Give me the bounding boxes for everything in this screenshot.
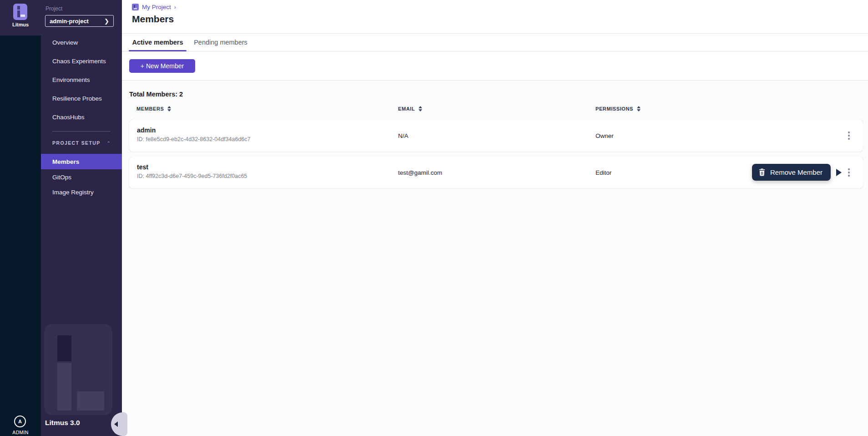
litmus-logo-icon: [13, 4, 27, 20]
remove-member-label: Remove Member: [770, 168, 823, 176]
sidebar-item-gitops[interactable]: GitOps: [41, 169, 122, 185]
members-table-section: Total Members: 2 MEMBERS EMAIL PERMISSIO…: [122, 81, 868, 436]
chevron-right-icon: ›: [174, 4, 176, 10]
breadcrumb[interactable]: My Project ›: [132, 4, 176, 10]
member-permission: Editor: [595, 157, 611, 188]
sort-icon[interactable]: [167, 106, 171, 112]
column-header-permissions[interactable]: PERMISSIONS: [595, 106, 641, 112]
sidebar-item-members[interactable]: Members: [41, 154, 122, 169]
sidebar-divider: [52, 131, 111, 132]
project-setup-section-toggle[interactable]: PROJECT SETUP ⌃: [52, 140, 111, 146]
column-header-email-label: EMAIL: [398, 106, 415, 112]
project-label: Project: [45, 5, 62, 12]
row-menu-kebab-icon[interactable]: [843, 120, 854, 152]
sidebar-item-overview[interactable]: Overview: [41, 35, 122, 50]
version-label: Litmus 3.0: [45, 419, 80, 427]
chevron-up-icon: ⌃: [107, 141, 111, 145]
row-menu-kebab-icon[interactable]: [843, 157, 854, 188]
breadcrumb-link[interactable]: My Project: [142, 4, 171, 10]
sidebar-item-resilience-probes[interactable]: Resilience Probes: [41, 91, 122, 106]
column-header-permissions-label: PERMISSIONS: [595, 106, 633, 112]
sidebar-item-chaoshubs[interactable]: ChaosHubs: [41, 109, 122, 125]
sidebar: Project admin-project ❯ Overview Chaos E…: [41, 0, 122, 436]
logo-glyph-stem: [17, 10, 20, 17]
member-name: admin: [137, 127, 156, 134]
watermark-glyph-foot: [77, 391, 104, 411]
member-id: ID: fe8e5cd9-eb2c-4d32-8632-04df34a6d6c7: [137, 136, 251, 142]
project-setup-label: PROJECT SETUP: [52, 140, 101, 146]
remove-member-menu-item[interactable]: Remove Member: [752, 164, 831, 181]
sort-icon[interactable]: [419, 106, 422, 112]
logo-glyph-dot: [17, 6, 20, 10]
sidebar-item-chaos-experiments[interactable]: Chaos Experiments: [41, 53, 122, 69]
user-avatar[interactable]: A: [14, 416, 26, 427]
project-select-value: admin-project: [50, 18, 89, 25]
sidebar-item-environments[interactable]: Environments: [41, 72, 122, 87]
page-header: My Project › Members: [122, 0, 868, 34]
user-avatar-label: ADMIN: [0, 430, 41, 435]
tab-active-members[interactable]: Active members: [129, 34, 187, 51]
litmus-watermark: [44, 324, 112, 415]
sidebar-item-image-registry[interactable]: Image Registry: [41, 184, 122, 200]
toolbar: + New Member: [122, 51, 868, 81]
left-rail: Litmus A ADMIN: [0, 0, 41, 436]
popup-arrow: [836, 169, 842, 176]
member-permission: Owner: [595, 120, 614, 152]
new-member-button[interactable]: + New Member: [129, 59, 195, 73]
total-members-label: Total Members: 2: [129, 91, 183, 98]
sort-icon[interactable]: [637, 106, 641, 112]
member-id: ID: 4ff92c3d-d6e7-459c-9ed5-736fd2f0ac65: [137, 173, 247, 179]
trash-icon: [758, 168, 766, 176]
collapse-arrow-icon: [114, 421, 118, 427]
column-header-members[interactable]: MEMBERS: [136, 106, 171, 112]
tab-pending-members[interactable]: Pending members: [192, 34, 249, 51]
chevron-right-icon: ❯: [104, 18, 109, 25]
litmus-mini-icon: [132, 4, 139, 10]
column-header-members-label: MEMBERS: [136, 106, 164, 112]
main-content: My Project › Members Active members Pend…: [122, 0, 868, 436]
watermark-glyph-dot: [57, 335, 71, 361]
litmus-logo-label: Litmus: [0, 22, 41, 27]
tabs-row: Active members Pending members: [122, 34, 868, 51]
member-email: N/A: [398, 120, 409, 152]
litmus-logo-block[interactable]: Litmus: [0, 0, 41, 35]
column-header-email[interactable]: EMAIL: [398, 106, 422, 112]
logo-glyph-foot: [20, 15, 25, 17]
project-select[interactable]: admin-project ❯: [45, 15, 114, 27]
member-name: test: [137, 163, 148, 171]
watermark-glyph-stem: [57, 363, 71, 411]
page-title: Members: [132, 14, 174, 25]
table-row-admin[interactable]: admin ID: fe8e5cd9-eb2c-4d32-8632-04df34…: [129, 120, 863, 152]
member-email: test@gamil.com: [398, 157, 442, 188]
